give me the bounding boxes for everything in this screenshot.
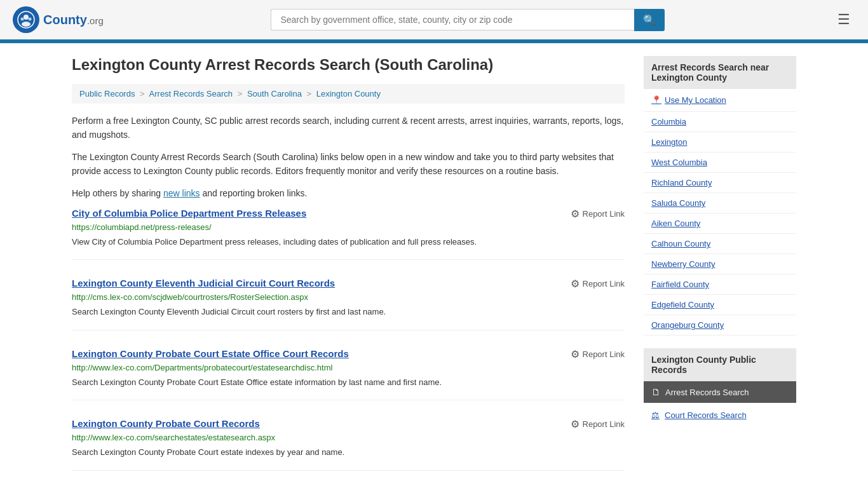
report-link-3[interactable]: ⚙ Report Link [571, 418, 625, 430]
use-my-location[interactable]: 📍 Use My Location [644, 89, 796, 112]
sidebar-link-columbia[interactable]: Columbia [644, 112, 796, 132]
header: County.org 🔍 ☰ [0, 0, 868, 41]
sidebar-active-arrest-records[interactable]: 🗋 Arrest Records Search [644, 381, 796, 403]
record-item: Lexington County Probate Court Estate Of… [72, 348, 625, 401]
breadcrumb-arrest-records-search[interactable]: Arrest Records Search [149, 89, 233, 98]
sidebar: Arrest Records Search near Lexington Cou… [644, 56, 796, 488]
sidebar-link-saluda-county[interactable]: Saluda County [644, 193, 796, 214]
record-title[interactable]: City of Columbia Police Department Press… [72, 208, 306, 219]
record-url[interactable]: https://columbiapd.net/press-releases/ [72, 222, 625, 232]
nearby-section-title: Arrest Records Search near Lexington Cou… [644, 56, 796, 89]
record-desc: Search Lexington County Eleventh Judicia… [72, 306, 625, 318]
sidebar-link-orangeburg-county[interactable]: Orangeburg County [644, 315, 796, 336]
record-item: Lexington County Probate Court Records ⚙… [72, 418, 625, 471]
sidebar-link-newberry-county[interactable]: Newberry County [644, 254, 796, 274]
court-icon: ⚖ [651, 410, 660, 420]
svg-point-3 [21, 18, 24, 21]
sidebar-link-fairfield-county[interactable]: Fairfield County [644, 274, 796, 295]
logo-text: County.org [43, 13, 104, 27]
public-records-section: Lexington County Public Records 🗋 Arrest… [644, 348, 796, 426]
search-area: 🔍 [271, 9, 665, 31]
report-icon: ⚙ [571, 278, 580, 290]
record-desc: View City of Columbia Police Department … [72, 236, 625, 248]
breadcrumb: Public Records > Arrest Records Search >… [72, 84, 625, 104]
hamburger-button[interactable]: ☰ [832, 9, 855, 30]
record-url[interactable]: http://cms.lex-co.com/scjdweb/courtroste… [72, 292, 625, 302]
record-title[interactable]: Lexington County Eleventh Judicial Circu… [72, 278, 335, 288]
search-input[interactable] [271, 9, 634, 30]
sidebar-link-lexington[interactable]: Lexington [644, 132, 796, 152]
breadcrumb-public-records[interactable]: Public Records [79, 89, 135, 98]
report-link-1[interactable]: ⚙ Report Link [571, 278, 625, 290]
logo-icon [13, 6, 39, 33]
search-icon: 🔍 [643, 15, 656, 25]
description-2: The Lexington County Arrest Records Sear… [72, 150, 625, 179]
record-url[interactable]: http://www.lex-co.com/searchestates/esta… [72, 433, 625, 442]
record-title[interactable]: Lexington County Probate Court Estate Of… [72, 348, 349, 359]
record-item: City of Columbia Police Department Press… [72, 208, 625, 261]
public-records-title: Lexington County Public Records [644, 348, 796, 381]
record-desc: Search Lexington County Probate Court es… [72, 446, 625, 459]
svg-point-4 [29, 18, 32, 21]
svg-point-1 [24, 15, 29, 20]
record-desc: Search Lexington County Probate Court Es… [72, 376, 625, 389]
sidebar-link-calhoun-county[interactable]: Calhoun County [644, 234, 796, 254]
description-3: Help others by sharing new links and rep… [72, 186, 625, 200]
logo-area: County.org [13, 6, 104, 33]
report-icon: ⚙ [571, 208, 580, 220]
content-area: Lexington County Arrest Records Search (… [72, 56, 625, 488]
new-links-link[interactable]: new links [163, 188, 200, 198]
report-link-2[interactable]: ⚙ Report Link [571, 348, 625, 360]
record-title[interactable]: Lexington County Probate Court Records [72, 418, 260, 429]
breadcrumb-south-carolina[interactable]: South Carolina [247, 89, 302, 98]
page-title: Lexington County Arrest Records Search (… [72, 56, 625, 74]
search-button[interactable]: 🔍 [634, 9, 665, 31]
nearby-section: Arrest Records Search near Lexington Cou… [644, 56, 796, 336]
sidebar-link-edgefield-county[interactable]: Edgefield County [644, 295, 796, 315]
sidebar-link-west-columbia[interactable]: West Columbia [644, 152, 796, 173]
breadcrumb-lexington-county[interactable]: Lexington County [316, 89, 381, 98]
sidebar-link-richland-county[interactable]: Richland County [644, 173, 796, 193]
main-container: Lexington County Arrest Records Search (… [53, 43, 815, 488]
sidebar-link-aiken-county[interactable]: Aiken County [644, 214, 796, 234]
report-icon: ⚙ [571, 348, 580, 360]
document-icon: 🗋 [651, 387, 660, 397]
location-pin-icon: 📍 [651, 95, 661, 105]
report-icon: ⚙ [571, 418, 580, 430]
record-item: Lexington County Eleventh Judicial Circu… [72, 278, 625, 330]
records-list: City of Columbia Police Department Press… [72, 208, 625, 488]
sidebar-court-records[interactable]: ⚖ Court Records Search [644, 404, 796, 426]
svg-point-2 [22, 22, 31, 27]
menu-icon: ☰ [837, 11, 850, 27]
description-1: Perform a free Lexington County, SC publ… [72, 114, 625, 142]
report-link-0[interactable]: ⚙ Report Link [571, 208, 625, 220]
record-url[interactable]: http://www.lex-co.com/Departments/probat… [72, 363, 625, 372]
